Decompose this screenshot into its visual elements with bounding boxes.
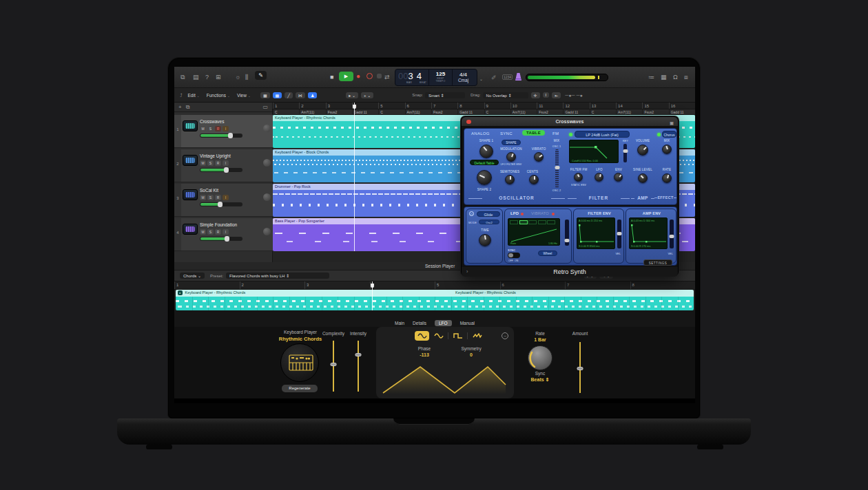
ruler-bar-number[interactable]: 9 <box>484 103 510 109</box>
edit-menu[interactable]: Edit ⌄ <box>188 93 200 98</box>
filter-lfo-knob[interactable] <box>595 173 603 182</box>
track-s-button[interactable]: S <box>207 229 214 235</box>
track-s-button[interactable]: S <box>207 195 214 200</box>
preset-select[interactable]: Flavored Chords with busy LH ⇕ <box>226 273 329 279</box>
keyboard-player-icon[interactable] <box>280 343 319 382</box>
ruler-bar-number[interactable]: 6 <box>405 103 431 109</box>
drag-select[interactable]: No Overlap ⇕ <box>483 92 528 98</box>
lfo-wave-1-icon[interactable] <box>510 220 518 224</box>
list-editors-icon[interactable]: ≔ <box>648 72 654 82</box>
bar-ruler[interactable]: 12345678910111213141516 <box>273 103 695 109</box>
chord-cell[interactable]: Gadd 11 <box>457 109 484 114</box>
track-m-button[interactable]: M <box>200 195 206 200</box>
lfo-waveform-display[interactable] <box>382 359 508 396</box>
browsers-icon[interactable]: ⧈ <box>684 72 688 82</box>
ruler-bar-number[interactable]: 8 <box>457 103 484 109</box>
ruler-bar-number[interactable]: 11 <box>537 103 563 109</box>
ruler-bar-number[interactable]: 15 <box>642 103 668 109</box>
glide-time-knob[interactable] <box>479 234 491 246</box>
lfo-sine-selected-icon[interactable] <box>415 331 429 341</box>
disclosure-icon[interactable]: › <box>466 267 468 277</box>
track-header[interactable]: 4Simple FoundationMSRI <box>174 218 273 251</box>
editor-ruler-bar-number[interactable]: 3 <box>304 281 370 289</box>
chord-cell[interactable]: Gadd 11 <box>669 109 695 114</box>
command-tool-menu[interactable]: + ⌄ <box>361 92 373 98</box>
duplicate-track-button[interactable]: ⧉ <box>186 104 190 111</box>
display-settings-icon[interactable]: ☼ <box>235 72 240 82</box>
settings-button[interactable]: SETTINGS <box>643 259 672 266</box>
record-button[interactable]: ● <box>356 72 360 81</box>
lcd-chevron-icon[interactable]: ⌄ <box>479 74 483 84</box>
track-m-button[interactable]: M <box>200 160 206 166</box>
ruler-bar-number[interactable]: 3 <box>326 103 352 109</box>
track-i-button[interactable]: I <box>223 126 229 131</box>
volume-knob[interactable] <box>637 145 648 156</box>
track-volume-slider[interactable] <box>200 202 242 206</box>
tab-details[interactable]: Details <box>413 321 426 326</box>
editor-ruler-bar-number[interactable]: 5 <box>435 281 500 289</box>
filter-preset-select[interactable]: LP 24dB Lush (Fat) <box>575 131 630 138</box>
glide-power-icon[interactable]: ⏻ <box>469 211 474 216</box>
editor-ruler-bar-number[interactable]: 4 <box>370 281 435 289</box>
complexity-slider[interactable] <box>333 341 334 392</box>
ruler-bar-number[interactable]: 10 <box>510 103 537 109</box>
rate-knob[interactable] <box>528 345 552 370</box>
chord-cell[interactable]: Gadd 11 <box>563 109 589 114</box>
catch-playhead-icon[interactable]: ✛ <box>531 92 540 98</box>
collapse-headers-icon[interactable]: ▭ <box>262 104 268 110</box>
effect-mix-knob[interactable] <box>662 145 672 154</box>
editor-ruler-bar-number[interactable]: 7 <box>565 281 630 289</box>
add-tracks-icon[interactable]: ⊞ <box>216 72 221 82</box>
stop-button[interactable]: ■ <box>330 72 333 82</box>
editor-region[interactable]: ▸ Keyboard Player - Rhythmic Chords Keyb… <box>176 290 694 310</box>
editor-ruler-bar-number[interactable]: 2 <box>240 281 305 289</box>
ruler-bar-number[interactable]: 5 <box>378 103 404 109</box>
filter-env-vel-slider[interactable] <box>617 220 621 248</box>
chord-cell[interactable]: C <box>273 109 299 114</box>
count-in-button[interactable]: 1234 <box>502 74 513 80</box>
key-slider[interactable] <box>623 144 627 162</box>
cents-knob[interactable] <box>529 175 539 184</box>
metronome-icon[interactable] <box>515 72 522 81</box>
quick-help-panel-icon[interactable]: ▤ <box>193 72 199 82</box>
nudge-back-icon[interactable]: ⤴ <box>180 93 183 98</box>
flex-icon[interactable]: ⋈ <box>296 92 305 98</box>
tab-fm[interactable]: FM <box>552 131 559 136</box>
tab-sync[interactable]: SYNC <box>500 131 513 136</box>
help-icon[interactable]: ? <box>205 72 209 82</box>
ruler-bar-number[interactable]: 14 <box>616 103 642 109</box>
modulation-knob[interactable] <box>506 152 516 162</box>
editor-ruler-bar-number[interactable]: 8 <box>630 281 696 289</box>
ruler-bar-number[interactable]: 2 <box>299 103 325 109</box>
cycle-button[interactable]: ⇄ <box>384 72 390 82</box>
glide-mode-value[interactable]: Osc2 <box>479 220 499 224</box>
intensity-slider[interactable] <box>358 341 359 392</box>
horizontal-zoom-slider[interactable]: ─● <box>576 93 582 98</box>
track-pan-knob[interactable] <box>263 193 271 201</box>
library-icon[interactable]: ⧉ <box>180 72 185 82</box>
effect-rate-knob[interactable] <box>662 173 672 183</box>
chord-cell[interactable]: Fsus2 <box>642 109 668 114</box>
track-r-button[interactable]: R <box>215 195 221 200</box>
pointer-tool-menu[interactable]: ▸ ⌄ <box>346 92 358 98</box>
chord-cell[interactable]: Am7(11) <box>510 109 537 114</box>
lfo-sync-toggle[interactable] <box>508 253 520 258</box>
filter-env-display[interactable]: A 0.00 ms D 210 ms S 0.00 R 8500 ms <box>577 217 615 249</box>
chord-cell[interactable]: C <box>484 109 510 114</box>
track-s-button[interactable]: S <box>207 160 214 166</box>
note-pads-icon[interactable]: ▦ <box>661 72 667 82</box>
lfo-led[interactable] <box>521 213 524 215</box>
vibrato-tab[interactable]: VIBRATO <box>531 211 549 215</box>
track-volume-slider[interactable] <box>200 237 242 241</box>
lfo-wave-2-icon[interactable] <box>519 220 528 224</box>
track-pan-knob[interactable] <box>263 125 271 132</box>
piano-roll-icon[interactable]: ▦ <box>273 92 282 98</box>
session-player-icon[interactable]: ♟ <box>308 92 317 98</box>
zoom-tool-icon[interactable]: ⇤ <box>552 92 561 98</box>
ruler-bar-number[interactable]: 13 <box>590 103 616 109</box>
tab-lfo[interactable]: LFO <box>435 320 452 326</box>
text-tool-icon[interactable]: I <box>543 92 550 98</box>
track-header[interactable]: 1CrosswavesMSRI <box>174 115 273 148</box>
mini-transport-button[interactable] <box>377 74 382 78</box>
track-r-button[interactable]: R <box>215 126 221 131</box>
